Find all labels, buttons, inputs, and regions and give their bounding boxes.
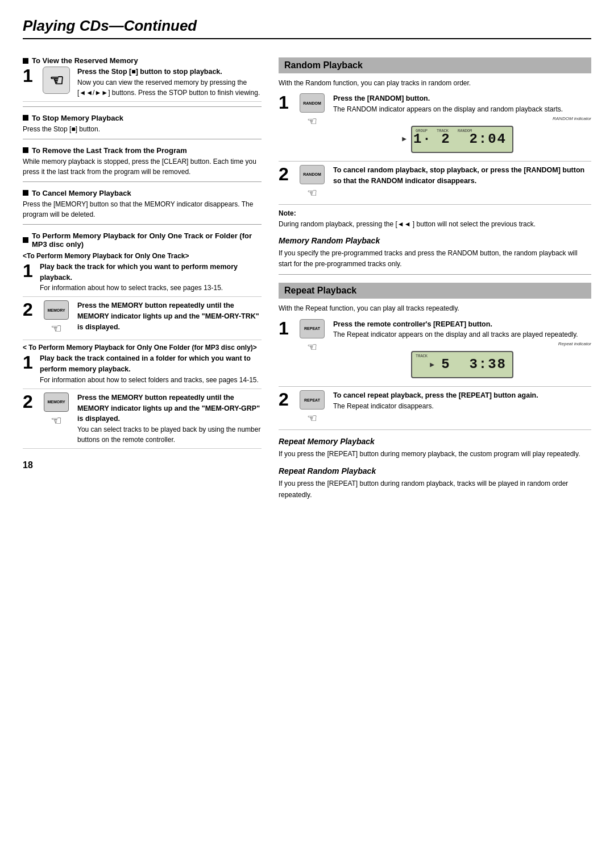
cancel-header: To Cancel Memory Playback (32, 189, 131, 197)
play-arrow: ▶ (430, 359, 434, 371)
stop-text: Press the Stop [■] button. (23, 124, 262, 134)
repeat-random-title: Repeat Random Playback (279, 466, 591, 476)
step2-track-row: 2 MEMORY ☞ Press the MEMORY button repea… (23, 300, 262, 340)
bullet-square (23, 190, 28, 196)
step1-bold: Press the Stop [■] button to stop playba… (77, 68, 222, 76)
repeat-step1-row: 1 REPEAT ☞ Press the remote controller's… (279, 319, 591, 387)
divider (23, 181, 262, 182)
stop-button-icon: ☞ (43, 67, 70, 94)
step2-track-content: Press the MEMORY button repeatedly until… (77, 300, 262, 332)
section-repeat-memory: Repeat Memory Playback If you press the … (279, 437, 591, 460)
note-label: Note: (279, 209, 591, 217)
cancel-text: Press the [MEMORY] button so that the ME… (23, 199, 262, 220)
step2-folder-bold: Press the MEMORY button repeatedly until… (77, 394, 260, 423)
step1-track-row: 1 Play back the track for which you want… (23, 262, 262, 297)
repeat-btn-label: REPEAT (304, 326, 320, 330)
repeat-step1-text: The Repeat indicator appears on the disp… (333, 330, 578, 338)
section-cancel-memory: To Cancel Memory Playback Press the [MEM… (23, 189, 262, 220)
lcd-random-display: GROUP TRACK RANDOM ▶ 1· 2 2:04 (411, 126, 513, 153)
repeat-btn-label2: REPEAT (304, 398, 320, 402)
step1-folder-content: Play back the track contained in a folde… (40, 353, 262, 385)
step1-text: Now you can view the reserved memory by … (77, 78, 260, 97)
repeat-button-icon: REPEAT (300, 319, 325, 338)
note-text: During random playback, pressing the [◄◄… (279, 219, 591, 229)
random-step1-content: Press the [RANDOM] button. The RANDOM in… (333, 93, 591, 156)
repeat-title: Repeat Playback (279, 283, 591, 299)
step2-folder-row: 2 MEMORY ☞ Press the MEMORY button repea… (23, 392, 262, 449)
step-num: 2 (279, 165, 291, 183)
repeat-intro: With the Repeat function, you can play a… (279, 303, 591, 314)
perform-header: To Perform Memory Playback for Only One … (32, 232, 262, 249)
bullet-square (23, 237, 28, 243)
step2-track-bold: Press the MEMORY button repeatedly until… (77, 301, 259, 331)
section-view-header: To View the Reserved Memory (32, 56, 138, 65)
hand-icon: ☞ (51, 414, 62, 428)
bullet-square (23, 58, 28, 64)
lcd-labels: GROUP TRACK RANDOM (416, 128, 472, 134)
step2-folder-icon: MEMORY ☞ (40, 392, 73, 428)
random-title: Random Playback (279, 57, 591, 73)
hand-icon: ☞ (307, 340, 317, 354)
step-num: 1 (279, 93, 291, 111)
step1-content: Press the Stop [■] button to stop playba… (77, 67, 262, 98)
section-repeat-playback: Repeat Playback With the Repeat function… (279, 283, 591, 430)
section-repeat-random: Repeat Random Playback If you press the … (279, 466, 591, 500)
play-arrow: ▶ (402, 134, 406, 145)
random-step2-icon: RANDOM ☞ (296, 165, 329, 200)
memory-btn-label2: MEMORY (47, 400, 65, 404)
bullet-square (23, 147, 28, 153)
step1-track-content: Play back the track for which you want t… (40, 262, 262, 294)
repeat-step2-content: To cancel repeat playback, press the [RE… (333, 390, 591, 411)
hand-icon: ☞ (49, 71, 64, 90)
bullet-square (23, 115, 28, 121)
note-section: Note: During random playback, pressing t… (279, 209, 591, 229)
random-step2-bold: To cancel random playback, stop playback… (333, 166, 584, 185)
step1-folder-bold: Play back the track contained in a folde… (40, 354, 251, 373)
repeat-step1-content: Press the remote controller's [REPEAT] b… (333, 319, 591, 382)
section-perform-memory: To Perform Memory Playback for Only One … (23, 232, 262, 449)
divider (279, 274, 591, 275)
right-column: Random Playback With the Random function… (279, 49, 591, 505)
section-random-playback: Random Playback With the Random function… (279, 57, 591, 205)
repeat-step1-icon: REPEAT ☞ (296, 319, 329, 354)
section-memory-random: Memory Random Playback If you specify th… (279, 236, 591, 270)
repeat-memory-text: If you press the [REPEAT] button during … (279, 449, 591, 460)
lcd-labels-repeat: TRACK (416, 353, 428, 359)
random-btn-label: RANDOM (303, 101, 321, 105)
step2-track-icon: MEMORY ☞ (40, 300, 73, 336)
repeat-random-text: If you press the [REPEAT] button during … (279, 478, 591, 500)
divider (23, 139, 262, 139)
random-btn-label2: RANDOM (303, 172, 321, 176)
repeat-step2-icon: REPEAT ☞ (296, 390, 329, 425)
random-step1-row: 1 RANDOM ☞ Press the [RANDOM] button. Th… (279, 93, 591, 162)
random-button-icon: RANDOM (300, 93, 325, 113)
divider (23, 224, 262, 225)
memory-button-icon2: MEMORY (44, 392, 69, 412)
remove-text: While memory playback is stopped, press … (23, 156, 262, 177)
divider (23, 106, 262, 107)
lcd-label-group: GROUP (416, 128, 428, 134)
random-step1-icon: RANDOM ☞ (296, 93, 329, 128)
step-num: 1 (23, 67, 35, 85)
hand-icon: ☞ (307, 114, 317, 128)
random-step2-row: 2 RANDOM ☞ To cancel random playback, st… (279, 165, 591, 205)
step-num: 1 (23, 353, 35, 371)
page-title: Playing CDs—Continued (23, 17, 591, 39)
repeat-button-icon2: REPEAT (300, 390, 325, 410)
lcd-repeat-display: TRACK ▶ 5 3:38 (411, 351, 513, 378)
hand-icon: ☞ (51, 321, 62, 336)
step1-folder-text: For information about how to select fold… (40, 376, 259, 384)
lcd-label-track: TRACK (416, 353, 428, 359)
repeat-memory-title: Repeat Memory Playback (279, 437, 591, 446)
random-intro: With the Random function, you can play t… (279, 78, 591, 89)
repeat-lcd-label: Repeat indicator (333, 341, 591, 348)
left-column: To View the Reserved Memory 1 ☞ Press th… (23, 49, 262, 505)
step-num: 1 (279, 319, 291, 337)
repeat-lcd-text: 5 3:38 (441, 354, 507, 375)
step-num: 2 (23, 300, 35, 319)
lcd-label: RANDOM indicator (333, 115, 591, 122)
repeat-step2-row: 2 REPEAT ☞ To cancel repeat playback, pr… (279, 390, 591, 430)
hand-icon: ☞ (307, 411, 317, 425)
step2-folder-content: Press the MEMORY button repeatedly until… (77, 392, 262, 445)
page-number: 18 (23, 460, 262, 470)
